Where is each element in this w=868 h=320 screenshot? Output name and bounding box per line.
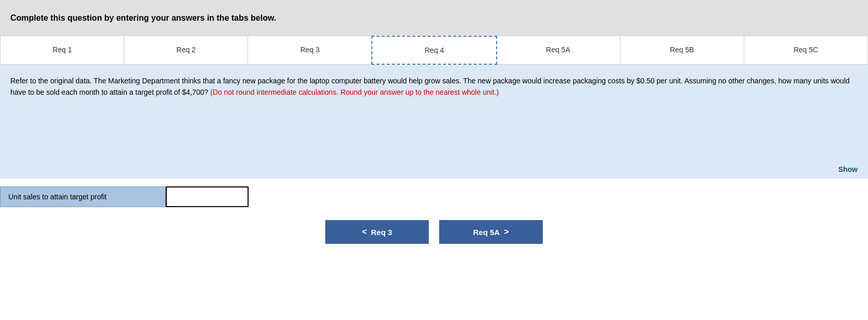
- content-area: Refer to the original data. The Marketin…: [0, 65, 868, 179]
- content-main-text: Refer to the original data. The Marketin…: [10, 75, 858, 98]
- answer-label: Unit sales to attain target profit: [0, 186, 166, 207]
- tab-req5b-label: Req 5B: [670, 46, 694, 54]
- prev-button[interactable]: < Req 3: [325, 220, 429, 244]
- answer-row: Unit sales to attain target profit: [0, 179, 868, 212]
- content-red-text: (Do not round intermediate calculations.…: [210, 88, 499, 96]
- header-instruction: Complete this question by entering your …: [10, 13, 276, 23]
- tabs-container: Req 1 Req 2 Req 3 Req 4 Req 5A Req 5B Re…: [0, 36, 868, 65]
- header-banner: Complete this question by entering your …: [0, 0, 868, 36]
- next-chevron-icon: >: [504, 227, 509, 237]
- show-link[interactable]: Show: [838, 165, 858, 173]
- tab-req1[interactable]: Req 1: [1, 36, 124, 64]
- tab-req2[interactable]: Req 2: [124, 36, 248, 64]
- tab-req2-label: Req 2: [177, 46, 196, 54]
- tab-req5c[interactable]: Req 5C: [744, 36, 867, 64]
- answer-label-text: Unit sales to attain target profit: [8, 193, 107, 201]
- tab-req4[interactable]: Req 4: [371, 36, 497, 65]
- tab-req5b[interactable]: Req 5B: [620, 36, 744, 64]
- tab-req5a-label: Req 5A: [546, 46, 570, 54]
- tab-req1-label: Req 1: [52, 46, 71, 54]
- tab-req3[interactable]: Req 3: [248, 36, 372, 64]
- answer-input[interactable]: [166, 186, 249, 207]
- nav-buttons: < Req 3 Req 5A >: [0, 212, 868, 254]
- prev-chevron-icon: <: [362, 227, 367, 237]
- tab-req5a[interactable]: Req 5A: [497, 36, 620, 64]
- tab-req4-label: Req 4: [425, 46, 444, 54]
- next-button[interactable]: Req 5A >: [439, 220, 543, 244]
- tab-req3-label: Req 3: [300, 46, 320, 54]
- tab-req5c-label: Req 5C: [793, 46, 818, 54]
- prev-button-label: Req 3: [371, 228, 392, 237]
- next-button-label: Req 5A: [473, 228, 500, 237]
